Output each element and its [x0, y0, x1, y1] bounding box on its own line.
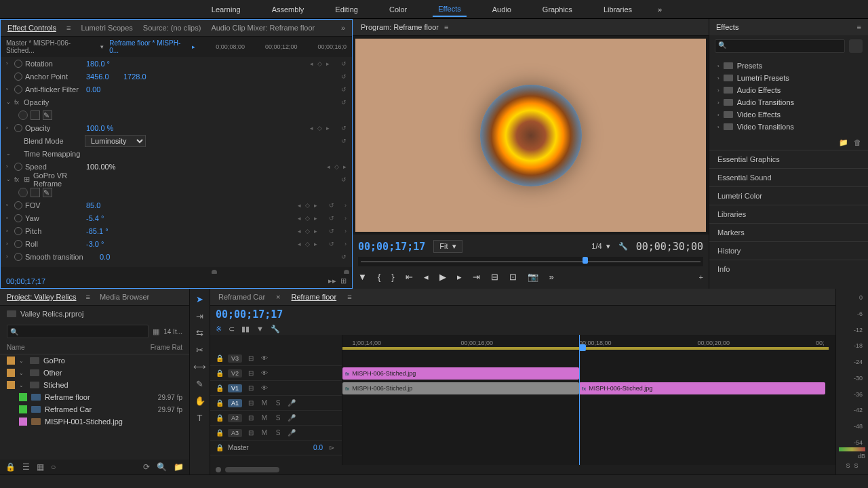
sync-lock-icon[interactable]: ⊟ — [246, 429, 256, 436]
toggle-output-icon[interactable]: 👁 — [260, 354, 269, 362]
linked-selection-icon[interactable]: ⊂ — [229, 325, 235, 333]
anchor-y-value[interactable]: 1728.0 — [123, 73, 146, 81]
lock-icon[interactable]: 🔒 — [216, 369, 224, 377]
master-clip-name[interactable]: Master * MISPH-006-Stiched... — [6, 39, 95, 54]
expand-icon[interactable]: › — [6, 60, 14, 66]
program-monitor[interactable] — [355, 39, 706, 232]
section-history[interactable]: History — [709, 241, 868, 260]
workspace-learning[interactable]: Learning — [206, 3, 246, 16]
button-editor-icon[interactable]: + — [699, 273, 703, 281]
prev-key-icon[interactable]: ◂ — [298, 202, 301, 209]
reset-icon[interactable]: ↺ — [341, 253, 347, 260]
zoom-icon[interactable]: ⊞ — [340, 277, 347, 285]
workspace-overflow-icon[interactable]: » — [658, 5, 662, 14]
tab-menu-icon[interactable]: ≡ — [347, 293, 351, 301]
speed-value[interactable]: 100.00% — [86, 163, 123, 171]
lock-icon[interactable]: 🔒 — [216, 444, 224, 451]
expand-icon[interactable]: › — [6, 86, 14, 92]
next-key-icon[interactable]: ▸ — [326, 125, 330, 131]
playhead-icon[interactable] — [579, 344, 586, 351]
project-search-input[interactable] — [7, 325, 149, 338]
project-item[interactable]: Reframed Car 29.97 fp — [0, 403, 189, 415]
smooth-value[interactable]: 0.0 — [100, 253, 137, 261]
roll-value[interactable]: -3.0 ° — [86, 240, 123, 248]
collapse-icon[interactable]: ⌄ — [6, 176, 14, 182]
expand-icon[interactable]: › — [6, 163, 14, 169]
type-tool[interactable]: T — [197, 413, 203, 423]
graph-icon[interactable]: › — [344, 215, 347, 222]
anchor-x-value[interactable]: 3456.0 — [86, 73, 123, 81]
new-bin-icon[interactable] — [849, 39, 863, 53]
rect-mask-icon[interactable] — [31, 110, 40, 120]
prev-key-icon[interactable]: ◂ — [298, 228, 301, 235]
marker-icon[interactable]: ▮▮ — [241, 325, 250, 333]
stopwatch-icon[interactable] — [14, 227, 22, 235]
track-name[interactable]: V1 — [228, 384, 242, 392]
add-key-icon[interactable]: ◇ — [305, 202, 310, 209]
label-swatch[interactable] — [19, 393, 27, 401]
tab-project[interactable]: Project: Valley Relics — [7, 293, 77, 301]
sync-lock-icon[interactable]: ⊟ — [246, 414, 256, 422]
reset-icon[interactable]: ↺ — [341, 125, 347, 131]
panel-menu-icon[interactable]: ≡ — [857, 23, 861, 31]
slip-tool[interactable]: ⟷ — [193, 362, 206, 372]
filter-bin-icon[interactable]: ▦ — [153, 327, 159, 336]
expand-icon[interactable]: ⌄ — [19, 370, 26, 376]
mini-scrollbar[interactable] — [1, 267, 352, 274]
tab-reframed-car[interactable]: Reframed Car — [218, 293, 265, 301]
freeform-view-icon[interactable]: ○ — [51, 462, 56, 472]
pen-tool[interactable]: ✎ — [196, 379, 203, 389]
next-key-icon[interactable]: ▸ — [314, 241, 317, 247]
track-name[interactable]: A1 — [228, 399, 242, 407]
program-timecode[interactable]: 00;00;17;17 — [358, 241, 425, 253]
workspace-libraries[interactable]: Libraries — [598, 3, 637, 16]
list-view-icon[interactable]: ☰ — [22, 462, 30, 472]
project-item[interactable]: ⌄ GoPro — [0, 354, 189, 367]
stopwatch-icon[interactable] — [14, 201, 22, 209]
add-key-icon[interactable]: ◇ — [305, 228, 310, 235]
tab-menu-icon[interactable]: ≡ — [66, 24, 71, 32]
ellipse-mask-icon[interactable] — [18, 188, 28, 197]
hand-tool[interactable]: ✋ — [195, 396, 205, 406]
tree-audio-transitions[interactable]: ›Audio Transitions — [709, 96, 868, 108]
ellipse-mask-icon[interactable] — [18, 110, 28, 120]
reset-icon[interactable]: ↺ — [341, 176, 347, 183]
sync-lock-icon[interactable]: ⊟ — [246, 369, 256, 377]
step-back-button[interactable]: ◂ — [424, 272, 429, 282]
master-value[interactable]: 0.0 — [313, 444, 323, 451]
razor-tool[interactable]: ✂ — [196, 345, 203, 355]
col-name[interactable]: Name — [7, 344, 151, 351]
next-key-icon[interactable]: ▸ — [343, 163, 347, 170]
reset-icon[interactable]: ↺ — [329, 215, 334, 222]
toggle-output-icon[interactable]: 👁 — [260, 384, 269, 392]
rotation-value[interactable]: 180.0 ° — [86, 60, 123, 68]
collapse-icon[interactable]: ⌄ — [19, 382, 26, 388]
workspace-editing[interactable]: Editing — [330, 3, 363, 16]
add-marker-button[interactable]: ▼ — [358, 272, 367, 282]
reset-icon[interactable]: ↺ — [341, 99, 347, 106]
voice-over-icon[interactable]: 🎤 — [287, 414, 296, 422]
prev-key-icon[interactable]: ◂ — [327, 163, 330, 170]
mark-in-button[interactable]: { — [378, 272, 380, 282]
timeline-tracks-area[interactable]: 1;00;14;00 00;00;16;00 00;00;18;00 00;00… — [342, 335, 835, 465]
yaw-value[interactable]: -5.4 ° — [86, 214, 123, 222]
tab-source[interactable]: Source: (no clips) — [143, 24, 201, 32]
settings-icon[interactable]: 🔧 — [618, 242, 628, 251]
new-folder-icon[interactable]: 📁 — [839, 138, 848, 147]
graph-icon[interactable]: › — [344, 228, 347, 235]
track-select-tool[interactable]: ⇥ — [196, 311, 203, 321]
solo-left-button[interactable]: S — [846, 462, 850, 469]
reset-icon[interactable]: ↺ — [341, 73, 347, 80]
icon-view-icon[interactable]: ▦ — [37, 462, 44, 472]
add-key-icon[interactable]: ◇ — [334, 163, 339, 170]
reset-icon[interactable]: ↺ — [329, 202, 334, 209]
mute-icon[interactable]: M — [260, 414, 269, 422]
collapse-icon[interactable]: ⌄ — [6, 150, 14, 157]
clip-chevron-icon[interactable]: ▾ — [100, 43, 104, 50]
timeline-timecode[interactable]: 00;00;17;17 — [216, 308, 283, 321]
rect-mask-icon[interactable] — [31, 188, 40, 197]
step-forward-button[interactable]: ▸ — [457, 272, 462, 282]
track-name[interactable]: A3 — [228, 429, 242, 437]
zoom-handle[interactable] — [225, 467, 279, 472]
section-essential-sound[interactable]: Essential Sound — [709, 168, 868, 186]
